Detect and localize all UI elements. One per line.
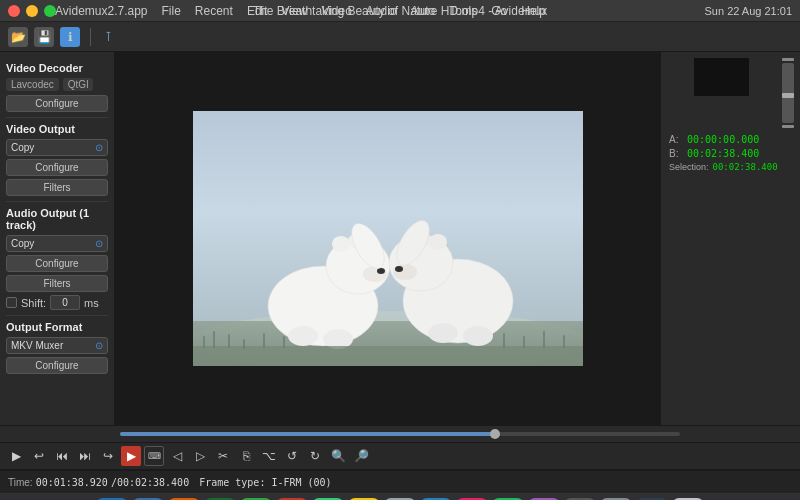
- timecode-b-row: B: 00:02:38.400: [669, 148, 792, 159]
- svg-point-20: [463, 326, 493, 346]
- main-toolbar: 📂 💾 ℹ ⊺: [0, 22, 800, 52]
- vertical-slider[interactable]: [782, 63, 794, 123]
- frame-type-value: Frame type: I-FRM (00): [199, 477, 331, 488]
- dock: 🍎 🗂 🦊 📝 💬 📚 🐘 🗒 📦 ✉ 🎵 🎵 🎙 ♟ ⚙ 🎬 🗑: [0, 493, 800, 500]
- time-label: Time:: [8, 477, 33, 488]
- svg-rect-24: [228, 334, 230, 348]
- slider-top: [782, 58, 794, 61]
- menu-app[interactable]: Avidemux2.7.app: [55, 4, 148, 18]
- divider-2: [6, 201, 108, 202]
- timecode-a-value: 00:00:00.000: [687, 134, 759, 145]
- menu-go[interactable]: Go: [491, 4, 507, 18]
- system-clock: Sun 22 Aug 21:01: [705, 5, 792, 17]
- configure-button-1[interactable]: Configure: [6, 95, 108, 112]
- divider-3: [6, 315, 108, 316]
- minimize-button[interactable]: [26, 5, 38, 17]
- about-icon[interactable]: ℹ: [60, 27, 80, 47]
- prev-frame-button[interactable]: ⏮: [52, 446, 72, 466]
- svg-point-14: [393, 264, 417, 280]
- menu-view[interactable]: View: [282, 4, 308, 18]
- shift-label: Shift:: [21, 297, 46, 309]
- filter-icon[interactable]: ⊺: [105, 29, 112, 44]
- video-output-arrow-icon: ⊙: [95, 142, 103, 153]
- zoom-out-button[interactable]: 🔎: [351, 446, 371, 466]
- toolbar-separator: [90, 28, 91, 46]
- video-frame: [193, 111, 583, 366]
- menu-auto[interactable]: Auto: [411, 4, 436, 18]
- timecode-selection-row: Selection: 00:02:38.400: [669, 162, 792, 172]
- svg-rect-27: [283, 336, 285, 348]
- video-background: [193, 111, 583, 366]
- configure-button-3[interactable]: Configure: [6, 255, 108, 272]
- shift-input[interactable]: [50, 295, 80, 310]
- redo-button[interactable]: ↻: [305, 446, 325, 466]
- svg-rect-25: [243, 339, 245, 349]
- svg-point-15: [395, 266, 403, 272]
- time-status: Time: 00:01:38.920 /00:02:38.400: [8, 477, 189, 488]
- output-format-select[interactable]: MKV Muxer ⊙: [6, 337, 108, 354]
- audio-output-select[interactable]: Copy ⊙: [6, 235, 108, 252]
- duration-value: /00:02:38.400: [111, 477, 189, 488]
- qtgi-tag[interactable]: QtGl: [63, 78, 94, 91]
- menu-audio[interactable]: Audio: [366, 4, 397, 18]
- svg-point-19: [428, 323, 458, 343]
- video-area: [115, 52, 660, 425]
- svg-rect-30: [543, 331, 545, 348]
- lavcodec-tag[interactable]: Lavcodec: [6, 78, 59, 91]
- play-button[interactable]: ▶: [6, 446, 26, 466]
- audio-output-label: Audio Output (1 track): [6, 207, 108, 231]
- next-frame-button[interactable]: ⏭: [75, 446, 95, 466]
- configure-button-2[interactable]: Configure: [6, 159, 108, 176]
- open-icon[interactable]: 📂: [8, 27, 28, 47]
- zoom-in-button[interactable]: 🔍: [328, 446, 348, 466]
- mark-in-button[interactable]: ▶: [121, 446, 141, 466]
- rewind-button[interactable]: ↩: [29, 446, 49, 466]
- menu-help[interactable]: Help: [521, 4, 546, 18]
- svg-rect-28: [503, 333, 505, 348]
- close-button[interactable]: [8, 5, 20, 17]
- svg-rect-31: [563, 335, 565, 348]
- main-layout: Video Decoder Lavcodec QtGl Configure Vi…: [0, 52, 800, 425]
- paste-button[interactable]: ⌥: [259, 446, 279, 466]
- fast-forward-button[interactable]: ↪: [98, 446, 118, 466]
- seekbar-area: [0, 425, 800, 443]
- seekbar-track[interactable]: [120, 432, 680, 436]
- svg-rect-23: [213, 331, 215, 348]
- configure-button-4[interactable]: Configure: [6, 357, 108, 374]
- filters-button-1[interactable]: Filters: [6, 179, 108, 196]
- right-panel: A: 00:00:00.000 B: 00:02:38.400 Selectio…: [660, 52, 800, 425]
- output-format-label: Output Format: [6, 321, 108, 333]
- video-output-select[interactable]: Copy ⊙: [6, 139, 108, 156]
- sidebar: Video Decoder Lavcodec QtGl Configure Vi…: [0, 52, 115, 425]
- filters-button-2[interactable]: Filters: [6, 275, 108, 292]
- menu-video[interactable]: Video: [321, 4, 351, 18]
- slider-thumb: [782, 93, 794, 98]
- video-decoder-label: Video Decoder: [6, 62, 108, 74]
- cut-button[interactable]: ✂: [213, 446, 233, 466]
- shift-checkbox[interactable]: [6, 297, 17, 308]
- time-value: 00:01:38.920: [36, 477, 108, 488]
- selection-value: 00:02:38.400: [713, 162, 778, 172]
- svg-point-10: [288, 326, 318, 346]
- marker-a-button[interactable]: ◁: [167, 446, 187, 466]
- frame-type-status: Frame type: I-FRM (00): [199, 477, 331, 488]
- menu-recent[interactable]: Recent: [195, 4, 233, 18]
- undo-button[interactable]: ↺: [282, 446, 302, 466]
- seekbar-fill: [120, 432, 495, 436]
- output-format-value: MKV Muxer: [11, 340, 63, 351]
- keyboard-icon[interactable]: ⌨: [144, 446, 164, 466]
- video-content: [193, 111, 583, 366]
- save-icon[interactable]: 💾: [34, 27, 54, 47]
- menu-file[interactable]: File: [162, 4, 181, 18]
- output-format-arrow-icon: ⊙: [95, 340, 103, 351]
- marker-b-button[interactable]: ▷: [190, 446, 210, 466]
- seekbar-thumb[interactable]: [490, 429, 500, 439]
- svg-point-7: [332, 236, 350, 252]
- copy-button[interactable]: ⎘: [236, 446, 256, 466]
- selection-label: Selection:: [669, 162, 709, 172]
- svg-rect-26: [263, 333, 265, 348]
- menu-tools[interactable]: Tools: [449, 4, 477, 18]
- shift-unit: ms: [84, 297, 99, 309]
- menu-edit[interactable]: Edit: [247, 4, 268, 18]
- mini-preview: [694, 58, 749, 96]
